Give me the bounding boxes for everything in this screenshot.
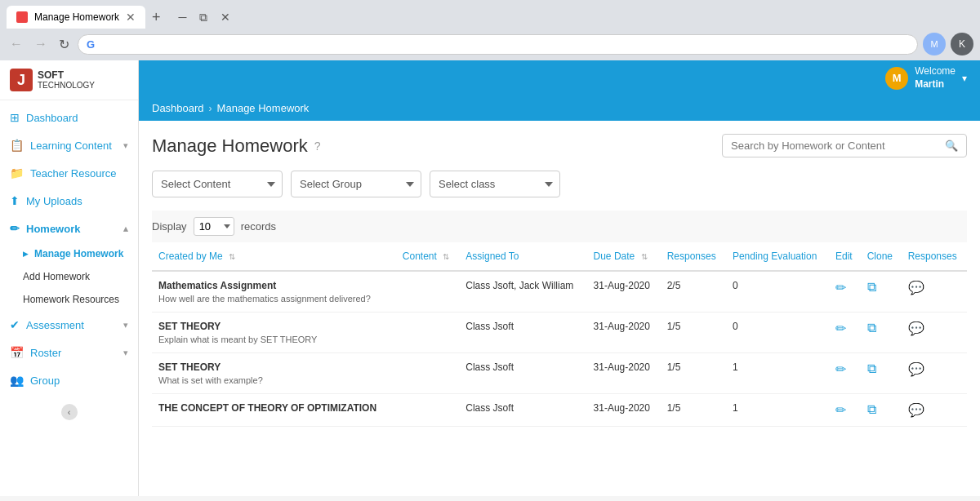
display-label: Display (152, 220, 187, 233)
sidebar-subitem-homework-resources[interactable]: Homework Resources (0, 288, 138, 311)
cell-edit[interactable]: ✏ (829, 313, 861, 353)
cell-clone[interactable]: ⧉ (861, 271, 902, 313)
assessment-icon: ✔ (10, 318, 20, 331)
browser-controls: ← → ↻ G M K (0, 29, 980, 60)
cell-assigned-to: Class Jsoft, Jack William (459, 271, 586, 313)
sidebar-item-roster[interactable]: 📅 Roster ▾ (0, 339, 138, 366)
sidebar-subitem-add-homework[interactable]: Add Homework (0, 265, 138, 288)
breadcrumb-dashboard[interactable]: Dashboard (152, 102, 204, 114)
chat-icon[interactable]: 💬 (908, 403, 924, 417)
edit-icon[interactable]: ✏ (835, 281, 846, 295)
chat-icon[interactable]: 💬 (908, 281, 924, 295)
table-row: SET THEORY What is set with example? Cla… (152, 353, 967, 394)
col-pending-evaluation: Pending Evaluation (726, 242, 829, 271)
table-row: THE CONCEPT OF THEORY OF OPTIMIZATION Cl… (152, 394, 967, 427)
sidebar-item-assessment[interactable]: ✔ Assessment ▾ (0, 311, 138, 339)
cell-responses-chat[interactable]: 💬 (902, 353, 967, 394)
browser-ext-icon: M (923, 33, 946, 55)
sidebar-item-my-uploads[interactable]: ⬆ My Uploads (0, 187, 138, 215)
tab-title: Manage Homework (34, 11, 119, 23)
cell-title: SET THEORY Explain what is meant by SET … (152, 313, 396, 353)
col-edit: Edit (829, 242, 861, 271)
maximize-button[interactable]: ⧉ (194, 9, 212, 26)
cell-title: SET THEORY What is set with example? (152, 353, 396, 394)
cell-clone[interactable]: ⧉ (861, 394, 902, 427)
page-title: Manage Homework ? (152, 135, 321, 157)
search-input[interactable] (731, 140, 940, 152)
class-filter-select[interactable]: Select class (430, 171, 560, 197)
sub-item-dot: ▸ (23, 248, 28, 259)
col-responses: Responses (661, 242, 726, 271)
forward-button[interactable]: → (31, 35, 51, 53)
cell-responses-chat[interactable]: 💬 (902, 313, 967, 353)
sidebar-sub-label: Homework Resources (23, 294, 119, 305)
sidebar-item-homework[interactable]: ✏ Homework ▴ (0, 215, 138, 242)
app-wrapper: J SOFT TECHNOLOGY ⊞ Dashboard 📋 Learning… (0, 60, 980, 496)
cell-title: THE CONCEPT OF THEORY OF OPTIMIZATION (152, 394, 396, 427)
search-icon[interactable]: 🔍 (945, 140, 958, 152)
sort-icon: ⇅ (229, 252, 235, 261)
browser-tab[interactable]: Manage Homework ✕ (7, 6, 145, 29)
cell-edit[interactable]: ✏ (829, 353, 861, 394)
cell-edit[interactable]: ✏ (829, 271, 861, 313)
breadcrumb-separator: › (209, 103, 212, 114)
records-per-page-select[interactable]: 10 25 50 100 (194, 217, 234, 236)
content-filter-select[interactable]: Select Content (152, 171, 283, 197)
group-filter-select[interactable]: Select Group (291, 171, 421, 197)
minimize-button[interactable]: ─ (174, 9, 192, 26)
sidebar-item-dashboard[interactable]: ⊞ Dashboard (0, 104, 138, 131)
browser-profile-icon[interactable]: K (951, 33, 973, 55)
cell-responses-chat[interactable]: 💬 (902, 271, 967, 313)
user-avatar: M (885, 67, 908, 90)
reload-button[interactable]: ↻ (56, 35, 73, 54)
edit-icon[interactable]: ✏ (835, 321, 846, 335)
cell-pending-evaluation: 0 (726, 313, 829, 353)
chevron-down-icon: ▾ (123, 140, 128, 151)
sidebar-item-label: Group (30, 375, 60, 387)
sidebar-subitem-manage-homework[interactable]: ▸ Manage Homework (0, 242, 138, 265)
clone-icon[interactable]: ⧉ (867, 361, 876, 375)
cell-edit[interactable]: ✏ (829, 394, 861, 427)
sidebar-item-learning-content[interactable]: 📋 Learning Content ▾ (0, 131, 138, 159)
address-bar[interactable]: G (78, 34, 918, 55)
search-box: 🔍 (722, 134, 967, 157)
cell-responses: 1/5 (661, 313, 726, 353)
sidebar-collapse-button[interactable]: ‹ (0, 397, 138, 427)
col-clone: Clone (861, 242, 902, 271)
sidebar-item-group[interactable]: 👥 Group (0, 366, 138, 394)
cell-responses: 1/5 (661, 394, 726, 427)
sidebar-logo: J SOFT TECHNOLOGY (0, 60, 138, 100)
cell-due-date: 31-Aug-2020 (587, 394, 661, 427)
cell-assigned-to: Class Jsoft (459, 313, 586, 353)
group-icon: 👥 (10, 374, 24, 387)
back-button[interactable]: ← (7, 35, 26, 53)
col-content[interactable]: Content ⇅ (396, 242, 459, 271)
clone-icon[interactable]: ⧉ (867, 402, 876, 416)
address-input[interactable] (100, 38, 909, 51)
col-due-date[interactable]: Due Date ⇅ (587, 242, 661, 271)
col-assigned-to: Assigned To (459, 242, 586, 271)
sidebar-item-teacher-resource[interactable]: 📁 Teacher Resource (0, 159, 138, 187)
cell-pending-evaluation: 1 (726, 353, 829, 394)
main-content: M Welcome Martin ▾ Dashboard › Manage Ho… (139, 60, 980, 496)
clone-icon[interactable]: ⧉ (867, 280, 876, 294)
google-icon: G (87, 38, 95, 51)
chat-icon[interactable]: 💬 (908, 321, 924, 335)
cell-responses-chat[interactable]: 💬 (902, 394, 967, 427)
tab-close-button[interactable]: ✕ (126, 11, 136, 24)
cell-clone[interactable]: ⧉ (861, 313, 902, 353)
cell-clone[interactable]: ⧉ (861, 353, 902, 394)
sort-icon: ⇅ (443, 252, 449, 261)
col-created-by-me[interactable]: Created by Me ⇅ (152, 242, 396, 271)
clone-icon[interactable]: ⧉ (867, 321, 876, 335)
chat-icon[interactable]: 💬 (908, 362, 924, 376)
sidebar-item-label: My Uploads (26, 195, 82, 207)
sidebar-item-label: Learning Content (30, 140, 112, 152)
new-tab-button[interactable]: + (145, 7, 167, 28)
cell-responses: 1/5 (661, 353, 726, 394)
edit-icon[interactable]: ✏ (835, 403, 846, 417)
help-icon[interactable]: ? (314, 140, 321, 153)
close-button[interactable]: ✕ (216, 9, 235, 26)
user-menu-chevron[interactable]: ▾ (962, 73, 967, 84)
edit-icon[interactable]: ✏ (835, 362, 846, 376)
